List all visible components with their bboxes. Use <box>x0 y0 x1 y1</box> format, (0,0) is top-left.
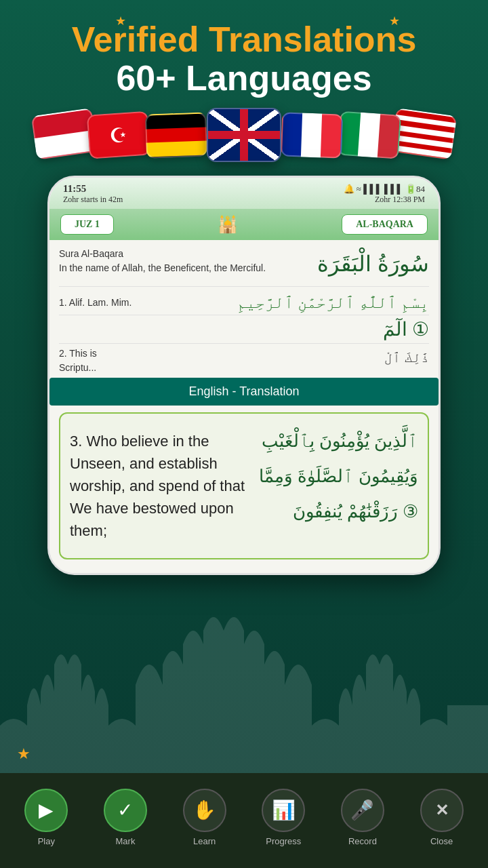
play-icon[interactable]: ▶ <box>24 789 68 832</box>
surah-button[interactable]: AL-BAQARA <box>342 214 428 235</box>
surah-title-row: Sura Al-Baqara In the name of Allah, the… <box>59 247 429 286</box>
flag-france <box>281 112 343 158</box>
status-time: 11:55 <box>63 183 123 195</box>
nav-learn[interactable]: ✋ Learn <box>183 789 226 846</box>
flag-malaysia <box>390 108 457 160</box>
next-prayer: Zohr 12:38 PM <box>344 195 425 205</box>
prayer-time: Zohr starts in 42m <box>63 195 123 205</box>
play-label: Play <box>38 836 55 846</box>
alif-lam-mim: الٓمٓ ① <box>383 318 429 340</box>
star-decoration-right: ★ <box>389 14 400 28</box>
flag-turkey <box>87 111 150 159</box>
header-title-line1: Verified Translations <box>0 20 488 59</box>
status-bar: 11:55 Zohr starts in 42m 🔔 ≈ ▌▌▌ ▌▌▌ 🔋84… <box>49 178 439 209</box>
status-right: 🔔 ≈ ▌▌▌ ▌▌▌ 🔋84 Zohr 12:38 PM <box>344 184 425 205</box>
arabic-title: سُورَةُ الْبَقَرَة <box>317 247 429 281</box>
mosque-decoration <box>0 604 488 773</box>
progress-icon[interactable]: 📊 <box>262 789 305 832</box>
verse3-translation: 3. Who believe in the Unseen, and establ… <box>70 430 259 542</box>
flag-italy <box>338 111 401 159</box>
star-decoration-left: ★ <box>115 14 126 28</box>
verse3-highlighted: 3. Who believe in the Unseen, and establ… <box>59 412 429 559</box>
translation-tooltip[interactable]: English - Translation <box>49 378 439 406</box>
verse2-arabic: ذَٰلِكَ ٱلْ <box>384 347 429 368</box>
quran-navigation: JUZ 1 🕌 AL-BAQARA <box>49 209 439 240</box>
progress-label: Progress <box>266 836 301 846</box>
basmala-row: 1. Alif. Lam. Mim. بِسْمِ ٱللَّٰهِ ٱلرَّ… <box>59 291 429 315</box>
quran-content: Sura Al-Baqara In the name of Allah, the… <box>49 240 439 572</box>
learn-label: Learn <box>193 836 216 846</box>
alif-lam-mim-row: الٓمٓ ① <box>59 315 429 344</box>
nav-progress[interactable]: 📊 Progress <box>262 789 305 846</box>
flag-germany <box>145 112 207 158</box>
verse3-arabic: ٱلَّذِينَ يُؤْمِنُونَ بِٱلْغَيْبِ وَيُقِ… <box>259 423 418 529</box>
flag-uk <box>207 108 281 162</box>
close-label: Close <box>430 836 453 846</box>
nav-record[interactable]: 🎤 Record <box>341 789 384 846</box>
verse3-arabic-line1: ٱلَّذِينَ يُؤْمِنُونَ بِٱلْغَيْبِ <box>259 423 418 458</box>
mark-icon[interactable]: ✓ <box>104 789 147 832</box>
mark-label: Mark <box>116 836 136 846</box>
phone-frame: 11:55 Zohr starts in 42m 🔔 ≈ ▌▌▌ ▌▌▌ 🔋84… <box>47 176 441 574</box>
learn-icon[interactable]: ✋ <box>183 789 226 832</box>
basmala-arabic: بِسْمِ ٱللَّٰهِ ٱلرَّحْمَٰنِ ٱلرَّحِيمِ <box>237 294 429 312</box>
header: ★ ★ Verified Translations 60+ Languages <box>0 0 488 98</box>
juz-button[interactable]: JUZ 1 <box>60 214 114 235</box>
header-title-line2: 60+ Languages <box>0 59 488 98</box>
surah-title-translation: Sura Al-Baqara In the name of Allah, the… <box>59 247 317 275</box>
record-icon[interactable]: 🎤 <box>341 789 384 832</box>
status-left: 11:55 Zohr starts in 42m <box>63 183 123 205</box>
verse1-translation: 1. Alif. Lam. Mim. <box>59 296 237 310</box>
home-button[interactable]: 🕌 <box>218 215 238 234</box>
record-label: Record <box>348 836 377 846</box>
status-icons: 🔔 ≈ ▌▌▌ ▌▌▌ 🔋84 <box>344 184 425 195</box>
star-decoration-bottom: ★ <box>17 745 30 763</box>
verse3-arabic-line2: وَيُقِيمُونَ ٱلصَّلَوٰةَ وَمِمَّا <box>259 458 418 494</box>
bottom-navigation: ▶ Play ✓ Mark ✋ Learn 📊 Progress 🎤 Recor… <box>0 773 488 868</box>
nav-mark[interactable]: ✓ Mark <box>104 789 147 846</box>
close-icon[interactable]: ✕ <box>420 789 464 832</box>
verse3-content: 3. Who believe in the Unseen, and establ… <box>70 423 418 549</box>
verse3-arabic-line3: رَزَقْنَٰهُمْ يُنفِقُونَ ③ <box>259 494 418 529</box>
nav-play[interactable]: ▶ Play <box>24 789 68 846</box>
flags-row <box>0 108 488 162</box>
nav-close[interactable]: ✕ Close <box>420 789 464 846</box>
verse2-translation: 2. This isScriptu... <box>59 347 384 375</box>
verse2-row: 2. This isScriptu... ذَٰلِكَ ٱلْ <box>59 344 429 378</box>
